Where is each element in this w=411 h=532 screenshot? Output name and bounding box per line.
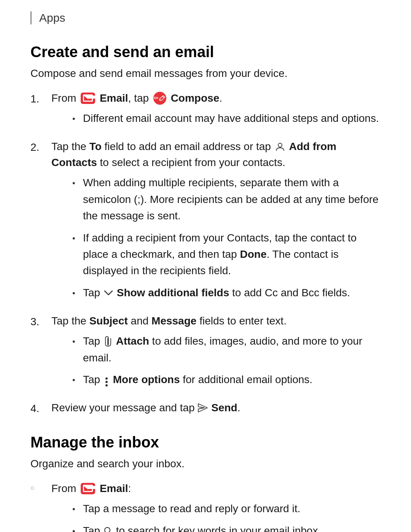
- send-icon: [198, 403, 208, 413]
- step-2-num: 2.: [30, 139, 51, 155]
- step-4: 4. Review your message and tap Send.: [30, 400, 381, 417]
- more-options-icon: [105, 377, 108, 387]
- inbox-bullet-2: • Tap to search for key words in your em…: [72, 522, 381, 532]
- section1-description: Compose and send email messages from you…: [30, 67, 381, 80]
- bullet-dot: •: [72, 500, 83, 516]
- step-3-bullets: • Tap Attach to add files, images, audio…: [72, 333, 381, 388]
- step-2-bullets: • When adding multiple recipients, separ…: [72, 174, 381, 301]
- step-1-bullets: • Different email account may have addit…: [72, 110, 381, 126]
- inbox-bullets: • Tap a message to read and reply or for…: [72, 500, 381, 532]
- bullet-1-1-text: Different email account may have additio…: [83, 110, 381, 126]
- step-2-text: Tap the To field to add an email address…: [51, 141, 336, 168]
- section-create-email: Create and send an email Compose and sen…: [30, 43, 381, 417]
- step-3: 3. Tap the Subject and Message fields to…: [30, 313, 381, 393]
- bullet-2-3-text: Tap Show additional fields to add Cc and…: [83, 284, 381, 301]
- bullet-dot: •: [72, 284, 83, 300]
- inbox-bullet-2-text: Tap to search for key words in your emai…: [83, 522, 381, 532]
- circle-list: ○ From Email: •: [30, 481, 381, 532]
- step-1: 1. From Email, tap: [30, 90, 381, 132]
- bullet-3-2-text: Tap More options for additional email op…: [83, 371, 381, 388]
- bullet-dot: •: [72, 333, 83, 348]
- email-icon-section2: [81, 483, 95, 494]
- chevron-down-icon: [103, 289, 114, 297]
- inbox-bullet-1-text: Tap a message to read and reply or forwa…: [83, 500, 381, 517]
- svg-line-2: [159, 100, 161, 100]
- step-4-content: Review your message and tap Send.: [51, 400, 381, 416]
- circle-item-1-text: From Email:: [51, 482, 131, 494]
- email-icon-step1: [81, 93, 95, 104]
- bullet-3-2: • Tap More options for additional email …: [72, 371, 381, 388]
- svg-point-6: [105, 527, 110, 532]
- bullet-1-1: • Different email account may have addit…: [72, 110, 381, 126]
- bullet-dot: •: [72, 174, 83, 190]
- bullet-dot: •: [72, 522, 83, 532]
- svg-line-1: [162, 96, 164, 98]
- step-1-content: From Email, tap: [51, 90, 381, 132]
- section1-title: Create and send an email: [30, 43, 381, 61]
- compose-icon-step1: [153, 92, 166, 105]
- svg-point-3: [278, 143, 282, 147]
- step-2-content: Tap the To field to add an email address…: [51, 139, 381, 306]
- step-1-email-label: Email: [100, 92, 128, 104]
- bullet-3-1: • Tap Attach to add files, images, audio…: [72, 333, 381, 366]
- bullet-3-1-text: Tap Attach to add files, images, audio, …: [83, 333, 381, 366]
- step-1-text: From Email, tap: [51, 92, 222, 104]
- step-3-text: Tap the Subject and Message fields to en…: [51, 315, 287, 327]
- svg-marker-4: [198, 404, 207, 412]
- step-2: 2. Tap the To field to add an email addr…: [30, 139, 381, 306]
- bullet-dot: •: [72, 230, 83, 245]
- step-1-compose-label: Compose: [171, 92, 220, 104]
- attach-icon: [103, 336, 113, 347]
- step-4-text: Review your message and tap Send.: [51, 402, 240, 414]
- bullet-2-2-text: If adding a recipient from your Contacts…: [83, 230, 381, 279]
- svg-rect-0: [84, 95, 92, 101]
- search-icon: [103, 526, 113, 532]
- section2-title: Manage the inbox: [30, 434, 381, 451]
- circle-item-1-content: From Email: • Tap a message to read: [51, 481, 381, 532]
- section2-description: Organize and search your inbox.: [30, 458, 381, 470]
- bullet-dot: •: [72, 110, 83, 125]
- step-3-num: 3.: [30, 313, 51, 330]
- step-1-num: 1.: [30, 90, 51, 107]
- apps-label: Apps: [39, 11, 65, 24]
- step-3-content: Tap the Subject and Message fields to en…: [51, 313, 381, 393]
- steps-list: 1. From Email, tap: [30, 90, 381, 417]
- step-4-num: 4.: [30, 400, 51, 417]
- circle-bullet: ○: [30, 481, 51, 493]
- bullet-2-3: • Tap Show additional fields to add Cc a…: [72, 284, 381, 301]
- bullet-2-2: • If adding a recipient from your Contac…: [72, 230, 381, 279]
- bullet-dot: •: [72, 371, 83, 387]
- page-container: Apps Create and send an email Compose an…: [0, 0, 411, 532]
- header-bar: Apps: [30, 11, 381, 24]
- section-manage-inbox: Manage the inbox Organize and search you…: [30, 434, 381, 532]
- bullet-2-1-text: When adding multiple recipients, separat…: [83, 174, 381, 224]
- circle-item-1: ○ From Email: •: [30, 481, 381, 532]
- bullet-2-1: • When adding multiple recipients, separ…: [72, 174, 381, 224]
- svg-rect-5: [84, 486, 92, 491]
- inbox-bullet-1: • Tap a message to read and reply or for…: [72, 500, 381, 517]
- contacts-icon: [275, 142, 285, 152]
